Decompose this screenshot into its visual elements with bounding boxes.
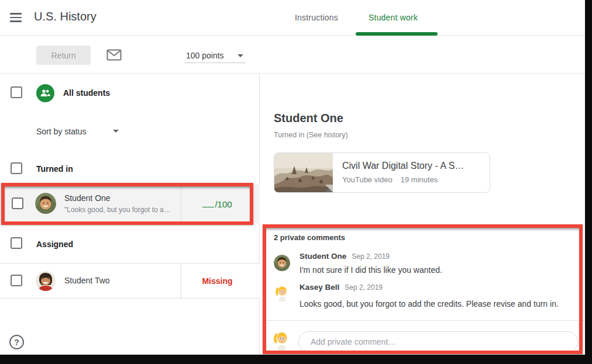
comments-divider xyxy=(263,320,585,321)
active-tab-indicator xyxy=(356,32,438,36)
turned-in-label: Turned in xyxy=(36,164,73,174)
top-app-bar: U.S. History Instructions Student work xyxy=(0,0,585,36)
comment-text: Looks good, but you forgot to add the cr… xyxy=(300,299,559,308)
help-icon[interactable]: ? xyxy=(9,335,24,349)
all-students-label[interactable]: All students xyxy=(63,88,110,98)
student-two-name: Student Two xyxy=(64,276,110,285)
grade-blank-line xyxy=(202,200,214,207)
student-one-grade-field[interactable]: /100 xyxy=(181,184,253,224)
sort-by-status-dropdown[interactable]: Sort by status xyxy=(36,126,87,137)
comment-header: Kasey Bell Sep 2, 2019 xyxy=(300,283,383,292)
page-fold-icon xyxy=(325,185,333,192)
chevron-down-icon xyxy=(113,130,119,133)
comment-date: Sep 2, 2019 xyxy=(345,283,383,292)
email-icon[interactable] xyxy=(106,48,122,62)
comment-header: Student One Sep 2, 2019 xyxy=(300,252,390,261)
screenshot-frame xyxy=(0,355,592,364)
tab-instructions[interactable]: Instructions xyxy=(295,13,338,22)
comment-date: Sep 2, 2019 xyxy=(352,252,390,261)
turned-in-checkbox[interactable] xyxy=(11,162,22,174)
attachment-duration: 19 minutes xyxy=(401,175,438,184)
select-all-checkbox[interactable] xyxy=(11,86,22,98)
comment-text: I'm not sure if I did this like you want… xyxy=(300,265,442,275)
comment-author: Student One xyxy=(300,252,346,261)
points-value: 100 points xyxy=(184,51,224,60)
dropdown-underline xyxy=(184,63,246,63)
all-students-icon xyxy=(36,84,54,102)
student-two-status-cell: Missing xyxy=(181,264,253,298)
attachment-title: Civil War Digital Story - A S… xyxy=(342,161,464,171)
student-two-row[interactable]: Student Two Missing xyxy=(0,264,260,299)
student-one-comment-preview: "Looks good, but you forgot to a… xyxy=(64,206,177,214)
return-button[interactable]: Return xyxy=(36,46,91,65)
page-title: U.S. History xyxy=(34,10,97,23)
points-dropdown[interactable]: 100 points xyxy=(184,50,246,61)
attachment-card[interactable]: Civil War Digital Story - A S… YouTube v… xyxy=(274,152,490,193)
student-two-checkbox[interactable] xyxy=(11,275,22,286)
student-one-row[interactable]: Student One "Looks good, but you forgot … xyxy=(0,184,260,224)
detail-student-name: Student One xyxy=(274,112,343,125)
private-comments-header: 2 private comments xyxy=(274,233,345,242)
video-thumbnail xyxy=(274,153,333,192)
classroom-app: U.S. History Instructions Student work R… xyxy=(0,0,592,364)
screenshot-frame xyxy=(585,0,592,364)
attachment-type: YouTube video xyxy=(342,175,393,184)
grade-denominator: /100 xyxy=(215,199,232,209)
grading-toolbar: Return 100 points xyxy=(0,36,585,74)
student-one-avatar xyxy=(35,193,56,214)
detail-status-line[interactable]: Turned in (See history) xyxy=(274,131,348,139)
teacher-avatar xyxy=(271,331,291,351)
comment-author-avatar xyxy=(274,285,290,301)
private-comment-input-wrap xyxy=(298,331,578,352)
student-roster-panel: All students Sort by status Turned in St… xyxy=(0,74,260,355)
attachment-meta: YouTube video19 minutes xyxy=(342,175,464,184)
tab-student-work[interactable]: Student work xyxy=(369,13,418,22)
student-one-checkbox[interactable] xyxy=(12,197,23,209)
private-comment-input[interactable] xyxy=(299,332,577,352)
chevron-down-icon xyxy=(238,54,243,57)
student-one-name: Student One xyxy=(64,193,111,203)
comment-author-avatar xyxy=(274,255,290,271)
comment-author: Kasey Bell xyxy=(300,283,339,292)
assigned-checkbox[interactable] xyxy=(11,237,22,249)
attachment-info: Civil War Digital Story - A S… YouTube v… xyxy=(333,153,464,192)
sort-label: Sort by status xyxy=(36,127,87,136)
missing-badge: Missing xyxy=(202,276,232,286)
menu-icon[interactable] xyxy=(10,13,22,22)
assigned-label: Assigned xyxy=(36,240,73,249)
student-two-avatar xyxy=(36,271,56,291)
